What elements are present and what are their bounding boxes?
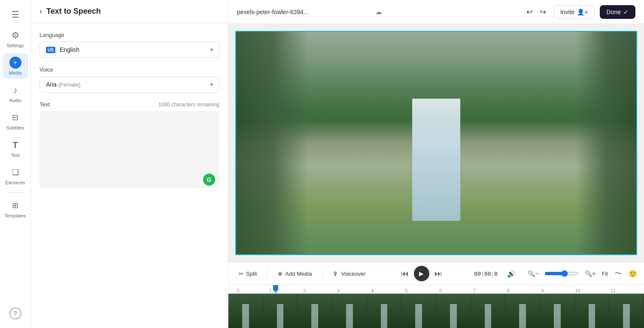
timeline-ruler: 0 1 2 3 4 5 6 7 8 9 10 11 12 [228, 285, 644, 294]
ruler-tick-10: 10 [575, 289, 580, 293]
sidebar-item-label: Templates [4, 213, 26, 218]
zoom-controls: 🔍− 🔍+ Fit [525, 268, 608, 280]
video-frame [235, 31, 637, 255]
ruler-tick-0: 0 [237, 289, 240, 293]
undo-button[interactable]: ↩ [524, 5, 535, 19]
ruler-tick-11: 11 [611, 289, 616, 293]
done-label: Done [607, 9, 621, 15]
tree-right [576, 32, 636, 254]
voice-label: Voice [39, 66, 219, 73]
timeline-toolbar: ✂ Split ⊕ Add Media 🎙 Voiceover ⏮ ▶ ⏭ [228, 262, 644, 285]
thumb-item-12 [609, 294, 644, 328]
redo-button[interactable]: ↪ [537, 5, 549, 19]
sidebar-item-help[interactable]: ? [3, 304, 28, 323]
mic-icon: 🎙 [333, 271, 338, 277]
sidebar-item-label: Settings [7, 43, 24, 48]
ruler-tick-1: 1 [269, 289, 272, 293]
language-flag: US [46, 47, 55, 53]
sidebar-divider [7, 192, 24, 193]
video-background [236, 32, 636, 254]
thumb-item-4 [332, 294, 367, 328]
add-media-button[interactable]: ⊕ Add Media [274, 269, 315, 279]
invite-label: Invite [560, 9, 574, 15]
voice-select[interactable]: Aria (Female) ▾ [39, 76, 219, 93]
play-controls: ⏮ ▶ ⏭ [401, 266, 442, 281]
thumb-item-10 [540, 294, 575, 328]
play-button[interactable]: ▶ [414, 266, 429, 281]
invite-button[interactable]: Invite 👤+ [554, 5, 595, 19]
sidebar-bottom: ? [3, 304, 28, 323]
split-label: Split [246, 271, 257, 277]
templates-icon: ⊞ [9, 199, 21, 211]
zoom-in-button[interactable]: 🔍+ [582, 268, 598, 280]
voiceover-label: Voiceover [341, 271, 365, 277]
thumb-item-3 [298, 294, 332, 328]
zoom-slider[interactable] [544, 270, 579, 277]
emoji-button[interactable]: 🙂 [629, 270, 637, 278]
chars-remaining: 1000 characters remaining [158, 102, 219, 108]
timeline-marker [276, 285, 276, 293]
rewind-button[interactable]: ⏮ [401, 269, 409, 278]
panel-content: Language US English ▾ Voice Aria (Female… [31, 23, 228, 328]
toolbar-divider-1 [267, 269, 267, 278]
sidebar-item-settings[interactable]: ⚙ Settings [3, 26, 28, 51]
sidebar-item-label: Subtitles [6, 125, 24, 130]
split-button[interactable]: ✂ Split [235, 269, 260, 279]
sidebar-item-media[interactable]: + Media [3, 53, 28, 79]
audio-icon: ♪ [9, 84, 21, 96]
sidebar-item-templates[interactable]: ⊞ Templates [3, 196, 28, 222]
scissors-icon: ✂ [239, 271, 243, 277]
sidebar-item-label: Audio [9, 98, 21, 103]
text-label: Text [39, 101, 50, 108]
panel-title: Text to Speech [46, 7, 101, 16]
ruler-ticks: 0 1 2 3 4 5 6 7 8 9 10 11 12 [235, 285, 637, 293]
sidebar-item-text[interactable]: T Text [3, 135, 28, 161]
waveform-button[interactable]: 〜 [615, 269, 622, 278]
zoom-out-button[interactable]: 🔍− [525, 268, 541, 280]
text-icon: T [9, 139, 21, 151]
person-icon: 👤+ [577, 9, 588, 15]
done-chevron-icon: ✓ [623, 9, 629, 15]
thumb-item-11 [575, 294, 610, 328]
text-field-row: Text 1000 characters remaining [39, 101, 219, 108]
add-icon: ⊕ [278, 271, 283, 277]
ruler-tick-4: 4 [371, 289, 374, 293]
language-label: Language [39, 32, 219, 38]
ruler-tick-7: 7 [473, 289, 476, 293]
ruler-tick-5: 5 [405, 289, 408, 293]
voiceover-button[interactable]: 🎙 Voiceover [329, 269, 369, 279]
icon-sidebar: ☰ ⚙ Settings + Media ♪ Audio ⊟ Subtitles… [0, 0, 31, 328]
toolbar-divider-2 [322, 269, 322, 278]
language-select[interactable]: US English ▾ [39, 42, 219, 58]
text-input[interactable] [39, 111, 219, 188]
fast-forward-button[interactable]: ⏭ [434, 269, 442, 278]
volume-button[interactable]: 🔊 [504, 267, 518, 280]
timeline-track[interactable] [228, 294, 644, 328]
elements-icon: ❑ [9, 166, 21, 178]
thumb-item-6 [401, 294, 436, 328]
sidebar-item-audio[interactable]: ♪ Audio [3, 81, 28, 106]
sidebar-item-menu[interactable]: ☰ [3, 5, 28, 24]
fit-button[interactable]: Fit [602, 271, 608, 277]
ruler-tick-8: 8 [507, 289, 510, 293]
language-select-left: US English [46, 46, 79, 53]
panel: ‹ Text to Speech Language US English ▾ V… [31, 0, 228, 328]
sidebar-item-elements[interactable]: ❑ Elements [3, 163, 28, 189]
main-area: pexels-peter-fowler-6394... ☁ ↩ ↪ Invite… [228, 0, 644, 328]
top-bar: pexels-peter-fowler-6394... ☁ ↩ ↪ Invite… [228, 0, 644, 24]
help-icon: ? [9, 307, 21, 319]
sidebar-item-label: Text [11, 153, 19, 158]
back-button[interactable]: ‹ [39, 7, 42, 16]
add-media-label: Add Media [285, 271, 312, 277]
grammar-check-icon[interactable]: G [203, 174, 215, 186]
track-thumbnails [228, 294, 644, 328]
filename: pexels-peter-fowler-6394... [237, 9, 368, 15]
menu-icon: ☰ [9, 9, 21, 21]
thumb-item-5 [367, 294, 402, 328]
done-button[interactable]: Done ✓ [600, 5, 635, 19]
sidebar-item-subtitles[interactable]: ⊟ Subtitles [3, 108, 28, 134]
undo-redo-group: ↩ ↪ [524, 5, 549, 19]
settings-icon: ⚙ [9, 29, 21, 41]
sidebar-item-label: Media [9, 70, 22, 75]
bottom-controls: ✂ Split ⊕ Add Media 🎙 Voiceover ⏮ ▶ ⏭ [228, 262, 644, 328]
